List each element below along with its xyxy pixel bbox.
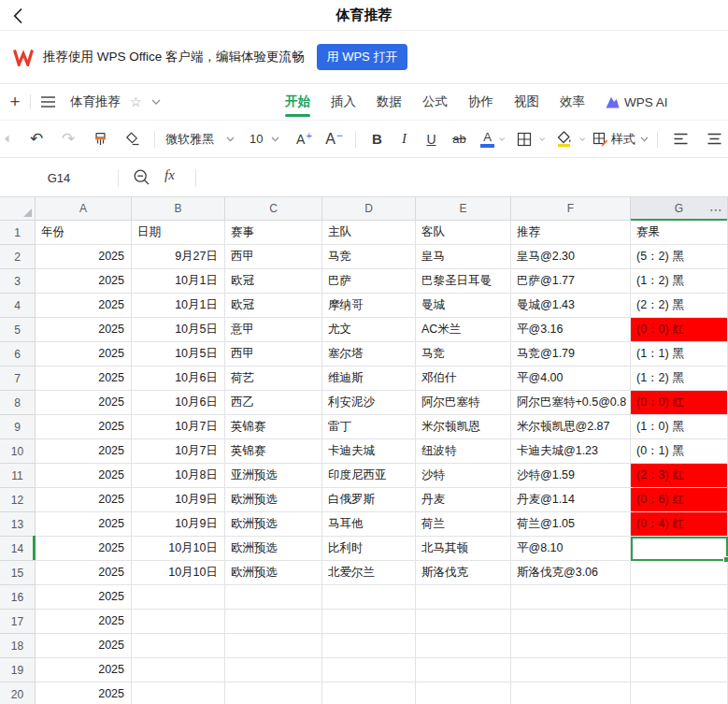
cell-F6[interactable]: 马竞@1.79	[511, 342, 631, 366]
cell-A5[interactable]: 2025	[36, 318, 132, 342]
cell-D18[interactable]	[322, 634, 416, 658]
cell-E17[interactable]	[416, 610, 511, 634]
cell-G17[interactable]	[631, 610, 728, 634]
align-center-button[interactable]	[700, 125, 728, 153]
tab-home[interactable]: 开始	[285, 84, 310, 120]
row-header-11[interactable]: 11	[0, 464, 36, 488]
cell-G5[interactable]: (0：0) 红	[631, 318, 728, 342]
chevron-down-icon[interactable]	[151, 99, 161, 105]
cell-G3[interactable]: (1：2) 黑	[631, 269, 728, 294]
row-header-16[interactable]: 16	[0, 585, 36, 610]
font-name-select[interactable]: 微软雅黑	[162, 125, 238, 153]
cell-D10[interactable]: 卡迪夫城	[322, 439, 416, 464]
cell-B14[interactable]: 10月10日	[132, 537, 225, 561]
cell-F16[interactable]	[511, 585, 631, 610]
cell-A13[interactable]: 2025	[36, 512, 132, 537]
cell-G12[interactable]: (0：6) 红	[631, 488, 728, 512]
row-header-5[interactable]: 5	[0, 318, 36, 342]
cell-C10[interactable]: 英锦赛	[225, 439, 322, 464]
cell-G2[interactable]: (5：2) 黑	[631, 245, 728, 269]
cell-F2[interactable]: 皇马@2.30	[511, 245, 631, 269]
cell-G1[interactable]: 赛果	[631, 221, 728, 245]
row-header-20[interactable]: 20	[0, 682, 36, 704]
row-header-3[interactable]: 3	[0, 269, 36, 294]
row-header-2[interactable]: 2	[0, 245, 36, 269]
chevron-down-icon[interactable]	[499, 136, 506, 142]
cell-B7[interactable]: 10月6日	[132, 366, 225, 391]
cell-F9[interactable]: 米尔顿凯思@2.87	[511, 415, 631, 439]
formula-input[interactable]	[206, 159, 728, 197]
undo-button[interactable]: ↶	[21, 125, 52, 153]
redo-button[interactable]: ↷	[52, 125, 84, 153]
cell-G10[interactable]: (0：1) 黑	[631, 439, 728, 464]
cell-G9[interactable]: (1：0) 黑	[631, 415, 728, 439]
cell-C4[interactable]: 欧冠	[225, 294, 322, 318]
cell-C2[interactable]: 西甲	[225, 245, 322, 269]
cell-D17[interactable]	[322, 610, 416, 634]
cell-F13[interactable]: 荷兰@1.05	[511, 512, 631, 537]
tab-collaborate[interactable]: 协作	[468, 84, 493, 120]
cell-C5[interactable]: 意甲	[225, 318, 322, 342]
cell-C20[interactable]	[225, 682, 322, 704]
tab-wps-ai[interactable]: WPS AI	[606, 84, 668, 120]
cell-F19[interactable]	[511, 658, 631, 682]
cell-C18[interactable]	[225, 634, 322, 658]
cell-A12[interactable]: 2025	[36, 488, 132, 512]
cell-G18[interactable]	[631, 634, 728, 658]
cell-A3[interactable]: 2025	[36, 269, 132, 294]
cell-B1[interactable]: 日期	[132, 221, 225, 245]
cell-A7[interactable]: 2025	[36, 366, 132, 391]
cell-A19[interactable]: 2025	[36, 658, 132, 682]
row-header-15[interactable]: 15	[0, 561, 36, 585]
cell-B10[interactable]: 10月7日	[132, 439, 225, 464]
cell-G19[interactable]	[631, 658, 728, 682]
cell-E15[interactable]: 斯洛伐克	[416, 561, 511, 585]
cell-reference[interactable]: G14	[0, 159, 118, 197]
cell-F5[interactable]: 平@3.16	[511, 318, 631, 342]
cell-B12[interactable]: 10月9日	[132, 488, 225, 512]
tab-formula[interactable]: 公式	[422, 84, 448, 120]
cell-E14[interactable]: 北马其顿	[416, 537, 511, 561]
cell-D16[interactable]	[322, 585, 416, 610]
cell-G16[interactable]	[631, 585, 728, 610]
cell-F15[interactable]: 斯洛伐克@3.06	[511, 561, 631, 585]
cell-B19[interactable]	[132, 658, 225, 682]
cell-D2[interactable]: 马竞	[322, 245, 416, 269]
fill-handle[interactable]	[723, 556, 728, 563]
font-color-button[interactable]: A	[475, 125, 499, 153]
cell-G14[interactable]	[631, 537, 728, 561]
cell-F3[interactable]: 巴萨@1.77	[511, 269, 631, 294]
cell-G13[interactable]: (0：4) 红	[631, 512, 728, 537]
column-header-A[interactable]: A	[36, 197, 132, 221]
cell-C7[interactable]: 荷艺	[225, 366, 322, 391]
zoom-out-button[interactable]	[133, 168, 151, 187]
cell-C15[interactable]: 欧洲预选	[225, 561, 322, 585]
row-header-19[interactable]: 19	[0, 658, 36, 682]
row-header-9[interactable]: 9	[0, 415, 36, 439]
fill-color-button[interactable]	[551, 125, 578, 153]
cell-D3[interactable]: 巴萨	[322, 269, 416, 294]
scroll-left-button[interactable]	[0, 125, 13, 153]
cell-D6[interactable]: 塞尔塔	[322, 342, 416, 366]
chevron-down-icon[interactable]	[579, 136, 586, 142]
cell-B8[interactable]: 10月6日	[132, 391, 225, 415]
cell-C1[interactable]: 赛事	[225, 221, 322, 245]
row-header-8[interactable]: 8	[0, 391, 36, 415]
cell-D12[interactable]: 白俄罗斯	[322, 488, 416, 512]
column-header-C[interactable]: C	[225, 197, 322, 221]
chevron-down-icon[interactable]	[539, 136, 546, 142]
increase-font-button[interactable]: A+	[289, 125, 319, 153]
cell-B11[interactable]: 10月8日	[132, 464, 225, 488]
cell-G4[interactable]: (2：2) 黑	[631, 294, 728, 318]
cell-D1[interactable]: 主队	[322, 221, 416, 245]
tab-view[interactable]: 视图	[514, 84, 539, 120]
cell-B17[interactable]	[132, 610, 225, 634]
cell-B9[interactable]: 10月7日	[132, 415, 225, 439]
cell-E11[interactable]: 沙特	[416, 464, 511, 488]
new-sheet-button[interactable]: +	[0, 84, 30, 120]
cell-D4[interactable]: 摩纳哥	[322, 294, 416, 318]
tab-data[interactable]: 数据	[377, 84, 402, 120]
cell-A8[interactable]: 2025	[36, 391, 132, 415]
cell-B13[interactable]: 10月9日	[132, 512, 225, 537]
star-icon[interactable]: ☆	[130, 94, 142, 109]
